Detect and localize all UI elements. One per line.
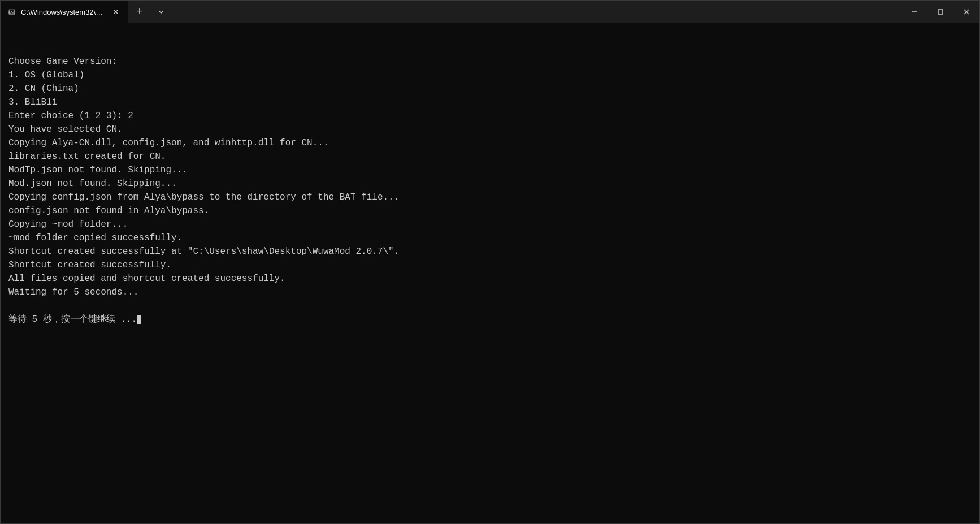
terminal-line: Copying Alya-CN.dll, config.json, and wi… — [8, 136, 972, 150]
window-controls — [901, 1, 979, 23]
terminal-line: Enter choice (1 2 3): 2 — [8, 109, 972, 123]
terminal-line: 等待 5 秒，按一个键继续 ... — [8, 313, 972, 326]
terminal-line: ModTp.json not found. Skipping... — [8, 163, 972, 177]
terminal-window: C:\ C:\Windows\system32\cmd.e... + — [0, 0, 980, 524]
terminal-line: Shortcut created successfully at "C:\Use… — [8, 245, 972, 258]
dropdown-button[interactable] — [151, 1, 171, 23]
terminal-line: You have selected CN. — [8, 123, 972, 136]
minimize-button[interactable] — [901, 1, 927, 23]
terminal-line: libraries.txt created for CN. — [8, 150, 972, 163]
terminal-line: Mod.json not found. Skipping... — [8, 177, 972, 190]
terminal-line: 3. BliBli — [8, 96, 972, 109]
terminal-line — [8, 299, 972, 313]
terminal-line: 2. CN (China) — [8, 82, 972, 96]
close-button[interactable] — [953, 1, 979, 23]
terminal-cursor — [137, 315, 141, 324]
terminal-line: All files copied and shortcut created su… — [8, 272, 972, 285]
new-tab-button[interactable]: + — [128, 1, 151, 23]
svg-text:C:\: C:\ — [8, 10, 15, 15]
titlebar: C:\ C:\Windows\system32\cmd.e... + — [1, 1, 979, 23]
terminal-line: Waiting for 5 seconds... — [8, 285, 972, 299]
maximize-button[interactable] — [927, 1, 953, 23]
terminal-line: Copying ~mod folder... — [8, 218, 972, 231]
terminal-line: Choose Game Version: — [8, 55, 972, 68]
terminal-line: ~mod folder copied successfully. — [8, 231, 972, 245]
terminal-line: config.json not found in Alya\bypass. — [8, 204, 972, 218]
tab-area: C:\ C:\Windows\system32\cmd.e... + — [1, 1, 901, 23]
tab-title: C:\Windows\system32\cmd.e... — [21, 8, 106, 16]
terminal-line: 1. OS (Global) — [8, 68, 972, 82]
terminal-icon: C:\ — [7, 7, 16, 16]
active-tab[interactable]: C:\ C:\Windows\system32\cmd.e... — [1, 1, 128, 23]
tab-close-button[interactable] — [110, 6, 122, 18]
terminal-line: Copying config.json from Alya\bypass to … — [8, 190, 972, 204]
terminal-output[interactable]: Choose Game Version:1. OS (Global)2. CN … — [1, 23, 979, 523]
svg-rect-5 — [938, 10, 943, 14]
terminal-line: Shortcut created successfully. — [8, 258, 972, 272]
